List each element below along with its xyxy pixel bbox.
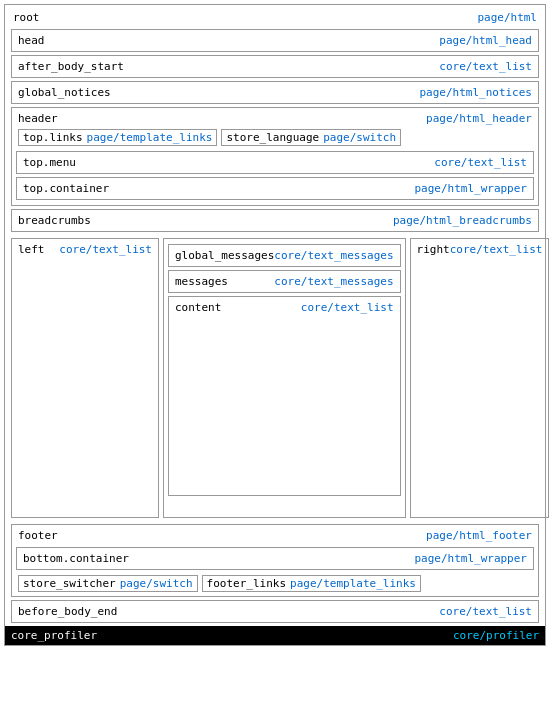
left-label: left bbox=[18, 243, 45, 256]
top-container-row: top.container page/html_wrapper bbox=[19, 180, 531, 197]
global-messages-block: global_messages core/text_messages bbox=[168, 244, 401, 267]
right-label: right bbox=[417, 243, 450, 256]
store-language-type: page/switch bbox=[323, 131, 396, 144]
after-body-start-type: core/text_list bbox=[439, 60, 532, 73]
top-menu-row: top.menu core/text_list bbox=[19, 154, 531, 171]
header-row: header page/html_header bbox=[14, 110, 536, 127]
bottom-container-label: bottom.container bbox=[23, 552, 129, 565]
footer-links-box: footer_links page/template_links bbox=[202, 575, 421, 592]
footer-links-label: footer_links bbox=[207, 577, 286, 590]
top-links-box: top.links page/template_links bbox=[18, 129, 217, 146]
bottom-container-block: bottom.container page/html_wrapper bbox=[16, 547, 534, 570]
root-type: page/html bbox=[477, 11, 537, 24]
store-switcher-type: page/switch bbox=[120, 577, 193, 590]
top-container-type: page/html_wrapper bbox=[414, 182, 527, 195]
store-switcher-box: store_switcher page/switch bbox=[18, 575, 198, 592]
root-container: root page/html head page/html_head after… bbox=[4, 4, 546, 646]
messages-type: core/text_messages bbox=[274, 275, 393, 288]
top-container-label: top.container bbox=[23, 182, 109, 195]
after-body-start-label: after_body_start bbox=[18, 60, 124, 73]
content-type: core/text_list bbox=[301, 301, 394, 314]
global-messages-label: global_messages bbox=[175, 249, 274, 262]
header-block: header page/html_header top.links page/t… bbox=[11, 107, 539, 206]
store-language-label: store_language bbox=[226, 131, 319, 144]
store-switcher-label: store_switcher bbox=[23, 577, 116, 590]
content-row: content core/text_list bbox=[171, 299, 398, 316]
col-left-block: left core/text_list bbox=[11, 238, 159, 518]
header-label: header bbox=[18, 112, 58, 125]
footer-type: page/html_footer bbox=[426, 529, 532, 542]
global-notices-type: page/html_notices bbox=[419, 86, 532, 99]
col-left-row: left core/text_list bbox=[14, 241, 156, 258]
messages-block: messages core/text_messages bbox=[168, 270, 401, 293]
head-block: head page/html_head bbox=[11, 29, 539, 52]
col-middle-block: global_messages core/text_messages messa… bbox=[163, 238, 406, 518]
header-type: page/html_header bbox=[426, 112, 532, 125]
col-right-block: right core/text_list bbox=[410, 238, 550, 518]
col-right-row: right core/text_list bbox=[413, 241, 547, 258]
footer-bottom-row: store_switcher page/switch footer_links … bbox=[14, 573, 536, 594]
messages-row: messages core/text_messages bbox=[171, 273, 398, 290]
before-body-end-label: before_body_end bbox=[18, 605, 117, 618]
global-messages-type: core/text_messages bbox=[274, 249, 393, 262]
footer-row: footer page/html_footer bbox=[14, 527, 536, 544]
breadcrumbs-label: breadcrumbs bbox=[18, 214, 91, 227]
root-title-row: root page/html bbox=[9, 9, 541, 26]
global-notices-label: global_notices bbox=[18, 86, 111, 99]
footer-label: footer bbox=[18, 529, 58, 542]
footer-links-type: page/template_links bbox=[290, 577, 416, 590]
core-profiler-type: core/profiler bbox=[453, 629, 539, 642]
left-type: core/text_list bbox=[59, 243, 152, 256]
head-label: head bbox=[18, 34, 45, 47]
before-body-end-type: core/text_list bbox=[439, 605, 532, 618]
breadcrumbs-row: breadcrumbs page/html_breadcrumbs bbox=[14, 212, 536, 229]
top-links-type: page/template_links bbox=[87, 131, 213, 144]
head-type: page/html_head bbox=[439, 34, 532, 47]
global-notices-row: global_notices page/html_notices bbox=[14, 84, 536, 101]
breadcrumbs-block: breadcrumbs page/html_breadcrumbs bbox=[11, 209, 539, 232]
messages-label: messages bbox=[175, 275, 228, 288]
breadcrumbs-type: page/html_breadcrumbs bbox=[393, 214, 532, 227]
after-body-start-block: after_body_start core/text_list bbox=[11, 55, 539, 78]
global-notices-block: global_notices page/html_notices bbox=[11, 81, 539, 104]
head-row: head page/html_head bbox=[14, 32, 536, 49]
bottom-container-row: bottom.container page/html_wrapper bbox=[19, 550, 531, 567]
content-label: content bbox=[175, 301, 221, 314]
bottom-container-type: page/html_wrapper bbox=[414, 552, 527, 565]
root-label: root bbox=[13, 11, 40, 24]
content-block: content core/text_list bbox=[168, 296, 401, 496]
store-language-box: store_language page/switch bbox=[221, 129, 401, 146]
top-menu-label: top.menu bbox=[23, 156, 76, 169]
core-profiler-bar: core_profiler core/profiler bbox=[5, 626, 545, 645]
global-messages-row: global_messages core/text_messages bbox=[171, 247, 398, 264]
right-type: core/text_list bbox=[450, 243, 543, 256]
footer-block: footer page/html_footer bottom.container… bbox=[11, 524, 539, 597]
before-body-end-row: before_body_end core/text_list bbox=[14, 603, 536, 620]
top-container-block: top.container page/html_wrapper bbox=[16, 177, 534, 200]
top-links-label: top.links bbox=[23, 131, 83, 144]
core-profiler-label: core_profiler bbox=[11, 629, 97, 642]
three-col-layout: left core/text_list global_messages core… bbox=[9, 235, 541, 521]
after-body-start-row: after_body_start core/text_list bbox=[14, 58, 536, 75]
header-top-links-row: top.links page/template_links store_lang… bbox=[14, 127, 536, 148]
before-body-end-block: before_body_end core/text_list bbox=[11, 600, 539, 623]
top-menu-type: core/text_list bbox=[434, 156, 527, 169]
top-menu-block: top.menu core/text_list bbox=[16, 151, 534, 174]
